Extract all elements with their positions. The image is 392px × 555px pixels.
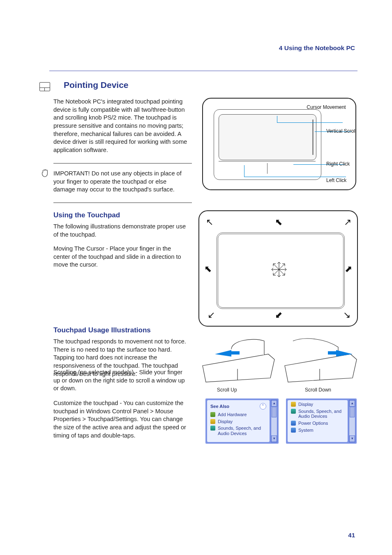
divider-1 [53, 163, 192, 164]
svg-line-4 [273, 264, 279, 269]
list-item[interactable]: System [289, 427, 346, 434]
list-item[interactable]: Add Hardware [209, 411, 268, 418]
body-paragraph-6: Scrolling (on selected models) - Slide y… [53, 368, 189, 393]
cursor-arrow-w: ⬉ [204, 264, 212, 274]
body-paragraph-4: Moving The Cursor - Place your finger in… [53, 245, 189, 269]
cursor-arrow-s: ⬋ [275, 310, 282, 320]
body-paragraph-1: The Notebook PC's integrated touchpad po… [53, 98, 195, 154]
svg-line-6 [273, 269, 279, 275]
list-item[interactable]: Sounds, Speech, and Audio Devices [209, 425, 268, 437]
scroll-thumb[interactable] [350, 407, 355, 417]
callout-cursor-movement: Cursor Movement [307, 104, 346, 110]
svg-marker-12 [336, 350, 353, 357]
divider-2 [53, 203, 192, 203]
page-number: 41 [348, 532, 355, 539]
svg-line-7 [279, 269, 285, 275]
scroll-down-button[interactable]: ▾ [349, 435, 355, 442]
callout-left-click: Left Click [326, 177, 346, 183]
header-rule [49, 71, 357, 71]
label-scroll-up: Scroll Up [217, 387, 237, 393]
list-item[interactable]: Power Options [289, 420, 346, 427]
important-hand-icon [40, 168, 49, 179]
cursor-arrow-nw: ↖ [206, 217, 213, 228]
figure-windows-sidebars: ▴ ▾ See Also ⌃ Add Hardware Display Soun… [205, 398, 358, 444]
system-icon [291, 428, 296, 433]
scroll-down-button[interactable]: ▾ [271, 435, 277, 442]
figure-touchpad-callouts: Cursor Movement Vertical Scroll Right Cl… [202, 98, 356, 190]
xp-panel-see-also: ▴ ▾ See Also ⌃ Add Hardware Display Soun… [205, 398, 279, 444]
scrollbar[interactable]: ▴ ▾ [271, 400, 277, 442]
list-item[interactable]: Sounds, Speech, and Audio Devices [289, 408, 346, 420]
panel-title: See Also [210, 404, 229, 409]
sounds-icon [210, 426, 215, 431]
list-item[interactable]: Display [209, 418, 268, 425]
body-paragraph-3: The following illustrations demonstrate … [53, 223, 189, 239]
svg-marker-9 [215, 350, 231, 357]
scroll-up-button[interactable]: ▴ [271, 400, 277, 407]
subheading-illustrations: Touchpad Usage Illustrations [53, 326, 151, 334]
svg-rect-13 [328, 351, 337, 355]
important-text: IMPORTANT! Do not use any objects in pla… [53, 170, 189, 194]
cursor-arrow-se: ↘ [343, 310, 350, 320]
svg-rect-10 [231, 351, 240, 355]
scrollbar[interactable]: ▴ ▾ [349, 400, 355, 442]
display-icon [291, 402, 296, 407]
cursor-arrow-sw: ↙ [208, 310, 215, 320]
cursor-arrow-ne: ↗ [344, 217, 351, 228]
subheading-using-touchpad: Using the Touchpad [53, 211, 120, 219]
figure-scroll-hands [198, 337, 358, 390]
callout-vertical-scroll: Vertical Scroll [326, 128, 356, 134]
scroll-thumb[interactable] [272, 407, 277, 417]
callout-right-click: Right Click [326, 161, 350, 167]
scroll-up-button[interactable]: ▴ [349, 400, 355, 407]
display-icon [210, 419, 215, 424]
svg-line-5 [279, 264, 285, 269]
chapter-header: 4 Using the Notebook PC [279, 44, 355, 52]
collapse-icon[interactable]: ⌃ [260, 403, 266, 410]
direction-star-icon [271, 261, 287, 278]
cursor-arrow-n: ⬉ [275, 217, 282, 228]
list-item[interactable]: Display [289, 401, 346, 408]
xp-panel-items: ▴ ▾ Display Sounds, Speech, and Audio De… [286, 398, 357, 444]
touchpad-icon [39, 82, 50, 91]
section-title: Pointing Device [64, 80, 129, 90]
hardware-icon [210, 412, 215, 417]
power-icon [291, 421, 296, 426]
label-scroll-down: Scroll Down [305, 387, 331, 393]
body-paragraph-7: Customize the touchpad - You can customi… [53, 399, 189, 440]
figure-cursor-directions: ↖ ⬉ ↗ ⬉ ⬈ ↙ ⬋ ↘ [198, 210, 358, 327]
sounds-icon [291, 409, 296, 414]
cursor-arrow-e: ⬈ [345, 264, 352, 274]
